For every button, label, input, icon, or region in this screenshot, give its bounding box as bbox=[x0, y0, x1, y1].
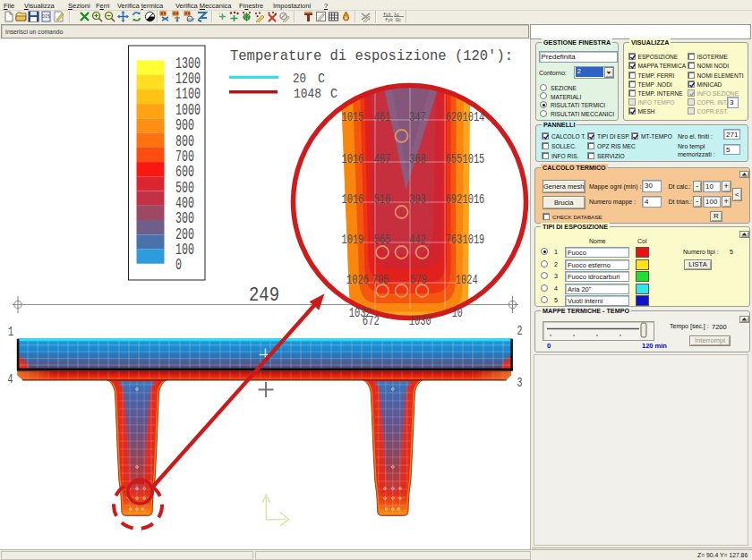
svg-text:Temperature di esposizione (12: Temperature di esposizione (120'): bbox=[230, 47, 513, 64]
svg-text:1014: 1014 bbox=[463, 109, 485, 125]
svg-text:1019: 1019 bbox=[342, 232, 364, 248]
svg-text:705: 705 bbox=[372, 272, 389, 288]
svg-text:579: 579 bbox=[410, 272, 427, 288]
svg-text:dxf: dxf bbox=[187, 18, 194, 22]
svg-text:4: 4 bbox=[8, 372, 13, 387]
svg-text:763: 763 bbox=[446, 232, 463, 248]
svg-text:DIS: DIS bbox=[42, 14, 50, 20]
svg-text:620: 620 bbox=[446, 109, 463, 125]
svg-text:516: 516 bbox=[374, 191, 391, 208]
svg-text:10: 10 bbox=[452, 305, 463, 321]
svg-text:692: 692 bbox=[446, 191, 463, 208]
svg-text:393: 393 bbox=[409, 191, 426, 208]
svg-text:Ωc: Ωc bbox=[396, 18, 401, 22]
svg-text:20: 20 bbox=[293, 72, 306, 87]
svg-text:249: 249 bbox=[249, 284, 279, 307]
svg-text:565: 565 bbox=[374, 232, 391, 248]
svg-text:1015: 1015 bbox=[463, 151, 485, 167]
svg-text:1: 1 bbox=[8, 325, 13, 340]
svg-text:672: 672 bbox=[363, 313, 380, 329]
svg-text:C: C bbox=[330, 87, 338, 102]
svg-text:442: 442 bbox=[409, 232, 426, 248]
svg-text:1016: 1016 bbox=[342, 151, 364, 167]
svg-text:1015: 1015 bbox=[342, 109, 364, 125]
svg-text:1024: 1024 bbox=[456, 272, 478, 288]
svg-text:2: 2 bbox=[517, 324, 523, 339]
svg-text:3: 3 bbox=[517, 376, 523, 391]
svg-text:368: 368 bbox=[409, 151, 426, 167]
svg-text:655: 655 bbox=[446, 151, 463, 167]
svg-text:C: C bbox=[318, 72, 325, 87]
svg-text:487: 487 bbox=[374, 151, 391, 167]
svg-text:1030: 1030 bbox=[409, 313, 432, 329]
svg-text:1019: 1019 bbox=[463, 232, 485, 248]
svg-text:0: 0 bbox=[175, 256, 182, 274]
svg-text:1026: 1026 bbox=[346, 272, 369, 288]
svg-text:fyk: fyk bbox=[385, 18, 393, 22]
svg-text:1016: 1016 bbox=[342, 191, 364, 208]
svg-text:1016: 1016 bbox=[463, 191, 485, 208]
svg-text:347: 347 bbox=[409, 109, 426, 125]
svg-text:1048: 1048 bbox=[294, 87, 321, 102]
svg-text:461: 461 bbox=[374, 109, 391, 125]
